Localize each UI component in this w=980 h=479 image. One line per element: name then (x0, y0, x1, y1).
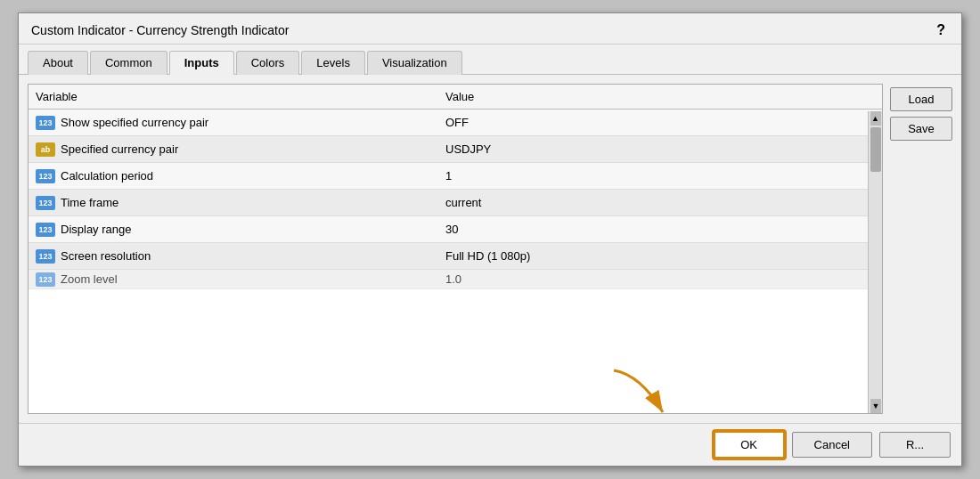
side-buttons: Load Save (890, 84, 952, 414)
load-button[interactable]: Load (890, 87, 952, 111)
row-1-variable: 123 Show specified currency pair (36, 116, 445, 130)
main-panel: Variable Value 123 Show specified curren… (28, 84, 883, 414)
row-2-icon: ab (36, 142, 55, 157)
row-5-variable: 123 Display range (36, 223, 445, 237)
row-5-label: Display range (61, 223, 132, 236)
row-6-icon: 123 (36, 249, 55, 264)
row-2-variable: ab Specified currency pair (36, 142, 445, 157)
reset-button[interactable]: R... (879, 432, 951, 458)
title-bar: Custom Indicator - Currency Strength Ind… (19, 13, 961, 45)
row-3-label: Calculation period (61, 169, 153, 183)
save-button[interactable]: Save (890, 117, 952, 141)
row-4-icon: 123 (36, 196, 55, 210)
table-row[interactable]: 123 Time frame current (29, 190, 882, 216)
row-1-icon: 123 (36, 116, 55, 130)
row-6-value: Full HD (1 080p) (445, 249, 875, 263)
dialog-title: Custom Indicator - Currency Strength Ind… (31, 23, 289, 37)
ok-button[interactable]: OK (714, 431, 785, 459)
table-row[interactable]: 123 Display range 30 (29, 216, 882, 243)
row-1-value: OFF (445, 116, 875, 129)
table-row[interactable]: ab Specified currency pair USDJPY (29, 136, 882, 163)
table-row[interactable]: 123 Calculation period 1 (29, 163, 882, 190)
row-3-icon: 123 (36, 169, 55, 183)
table-header: Variable Value (29, 85, 882, 110)
inputs-table: Variable Value 123 Show specified curren… (28, 84, 883, 414)
cancel-button[interactable]: Cancel (792, 432, 872, 458)
row-partial-icon: 123 (36, 272, 55, 287)
row-2-label: Specified currency pair (61, 142, 178, 156)
col-value-header: Value (445, 90, 861, 103)
row-4-label: Time frame (61, 196, 118, 209)
row-4-value: current (445, 196, 875, 209)
row-2-value: USDJPY (445, 142, 875, 156)
row-3-variable: 123 Calculation period (36, 169, 445, 183)
row-6-variable: 123 Screen resolution (36, 249, 445, 264)
tab-about[interactable]: About (28, 51, 88, 75)
content-area: Variable Value 123 Show specified curren… (19, 75, 961, 423)
table-row-partial: 123 Zoom level 1.0 (29, 270, 882, 289)
row-3-value: 1 (445, 169, 875, 183)
tab-visualization[interactable]: Visualization (367, 51, 462, 75)
row-1-label: Show specified currency pair (61, 116, 208, 129)
dialog: Custom Indicator - Currency Strength Ind… (18, 12, 962, 467)
table-body: 123 Show specified currency pair OFF ab … (29, 110, 882, 289)
help-button[interactable]: ? (933, 22, 949, 38)
row-4-variable: 123 Time frame (36, 196, 445, 210)
tab-levels[interactable]: Levels (301, 51, 365, 75)
scrollbar-thumb[interactable] (870, 127, 881, 172)
table-row[interactable]: 123 Show specified currency pair OFF (29, 110, 882, 136)
bottom-bar: OK Cancel R... (19, 423, 961, 466)
tab-colors[interactable]: Colors (236, 51, 300, 75)
table-row[interactable]: 123 Screen resolution Full HD (1 080p) (29, 243, 882, 270)
row-partial-variable: 123 Zoom level (36, 272, 445, 287)
tab-inputs[interactable]: Inputs (169, 51, 234, 75)
tab-bar: About Common Inputs Colors Levels Visual… (19, 45, 961, 75)
row-partial-label: Zoom level (61, 272, 118, 286)
tab-common[interactable]: Common (90, 51, 167, 75)
col-variable-header: Variable (36, 90, 445, 103)
row-5-icon: 123 (36, 223, 55, 237)
scrollbar[interactable]: ▲ ▼ (868, 111, 882, 413)
row-5-value: 30 (445, 223, 875, 236)
row-6-label: Screen resolution (61, 249, 151, 263)
row-partial-value: 1.0 (445, 272, 875, 286)
